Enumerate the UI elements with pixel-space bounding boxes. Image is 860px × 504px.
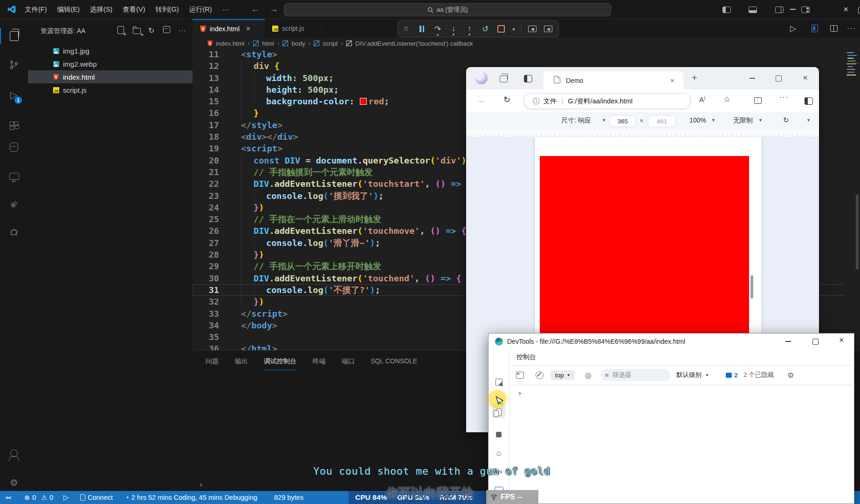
devtools-minimize-icon[interactable] (785, 341, 791, 342)
debug-step-into-button[interactable]: ↓ (446, 24, 461, 34)
debug-step-over-button[interactable]: ↷ (430, 24, 446, 34)
file-row-index-html[interactable]: 5index.html (28, 70, 193, 83)
menu-go[interactable]: 转到(G) (151, 0, 184, 19)
command-search-box[interactable]: aa [管理员] (284, 3, 611, 16)
sidebar-item-plugin-a[interactable] (0, 193, 28, 215)
browser-more-icon[interactable]: ··· (779, 93, 788, 102)
devtools-tab-console[interactable]: 控制台 (516, 353, 536, 361)
debug-pause-button[interactable] (414, 26, 430, 32)
home-icon[interactable]: ⌂ (488, 446, 509, 460)
panel-chevron-icon[interactable]: › (200, 480, 202, 488)
rotate-device-icon[interactable]: ↻ (783, 116, 789, 124)
menu-selection[interactable]: 选择(S) (85, 0, 117, 19)
browser-profile-avatar[interactable] (475, 72, 488, 84)
nav-forward-icon[interactable]: → (269, 4, 278, 14)
file-row-script-js[interactable]: JSscript.js (28, 83, 193, 96)
toggle-secondary-sidebar-icon[interactable] (775, 7, 784, 13)
issues-counter[interactable]: 2 (726, 365, 738, 385)
sidebar-item-run-debug[interactable]: ▷ 1 (0, 84, 28, 106)
window-close-icon[interactable]: × (843, 4, 848, 14)
device-height-input[interactable]: 461 (648, 115, 676, 127)
workspaces-icon[interactable] (500, 75, 508, 84)
menu-edit[interactable]: 编辑(E) (52, 0, 85, 19)
sidebar-item-extensions[interactable] (0, 115, 28, 136)
account-button[interactable] (0, 444, 28, 465)
editor-more-actions-icon[interactable]: ··· (847, 19, 856, 38)
favorite-star-icon[interactable]: ☆ (723, 95, 730, 104)
menu-file[interactable]: 文件(F) (20, 0, 52, 19)
file-size-status[interactable]: 829 bytes (274, 491, 303, 504)
run-file-button[interactable]: ▷ (790, 19, 796, 38)
device-throttle-select[interactable]: 无限制 (733, 116, 753, 125)
debug-stop-dropdown-icon[interactable]: ▾ (509, 27, 518, 32)
browser-close-icon[interactable]: × (803, 73, 808, 83)
file-row-img2[interactable]: img2.webp (28, 57, 193, 70)
customize-layout-icon[interactable] (801, 7, 810, 13)
hidden-messages-label[interactable]: 2 个已隐藏 (743, 365, 774, 385)
context-selector[interactable]: top▼ (551, 365, 575, 385)
inspect-element-icon[interactable] (488, 375, 509, 389)
device-more-icon[interactable]: ▼ (806, 118, 811, 123)
open-preview-icon[interactable] (812, 19, 818, 38)
chevron-down-icon[interactable]: ▼ (602, 118, 606, 123)
debug-stop-button[interactable] (493, 25, 509, 33)
browser-refresh-icon[interactable]: ↻ (503, 95, 510, 105)
clear-console-icon[interactable] (536, 365, 544, 385)
remote-indicator-icon[interactable]: >< (6, 491, 11, 504)
new-tab-icon[interactable]: + (692, 73, 697, 83)
chevron-down-icon[interactable]: ▼ (758, 118, 763, 123)
breadcrumb-item[interactable]: html (262, 40, 274, 47)
close-tab-icon[interactable]: × (670, 76, 674, 84)
read-aloud-icon[interactable]: A⁾ (699, 95, 706, 104)
split-editor-icon[interactable] (830, 19, 838, 38)
tab-script-js[interactable]: JS script.js (265, 19, 322, 38)
panel-tab-sql-console[interactable]: SQL CONSOLE (371, 353, 417, 370)
browser-back-icon[interactable]: ← (477, 95, 486, 105)
screencast-icon-b[interactable] (540, 26, 556, 32)
breadcrumb-item[interactable]: index.html (216, 40, 245, 47)
info-icon[interactable]: ⓘ (533, 97, 540, 106)
log-level-select[interactable]: 默认级别▼ (676, 365, 709, 385)
explorer-more-icon[interactable]: ··· (178, 26, 186, 34)
panel-tab-ports[interactable]: 端口 (342, 353, 355, 370)
devtools-maximize-icon[interactable] (812, 339, 819, 345)
menu-run[interactable]: 运行(R) (184, 0, 217, 19)
menu-view[interactable]: 查看(V) (117, 0, 150, 19)
screencast-icon-a[interactable] (524, 26, 540, 32)
connect-status[interactable]: Connect (80, 491, 113, 504)
new-file-icon[interactable] (117, 26, 124, 36)
problems-status[interactable]: ⊗0 ⚠0 (24, 491, 53, 504)
file-row-img1[interactable]: img1.jpg (28, 44, 193, 57)
device-size-label[interactable]: 尺寸: 响应 (561, 116, 591, 125)
panel-tab-debug-console[interactable]: 调试控制台 (264, 353, 296, 370)
sidebar-item-remote-explorer[interactable] (0, 165, 28, 187)
editor-scrollbar[interactable] (856, 195, 859, 269)
close-tab-icon[interactable]: × (246, 25, 250, 33)
nav-back-icon[interactable]: ← (251, 4, 260, 14)
coding-time-status[interactable]: ◔2 hrs 52 mins Coding, 45 mins Debugging (125, 491, 257, 504)
live-expression-icon[interactable]: ◎ (585, 365, 592, 385)
collapse-folders-icon[interactable] (163, 26, 170, 35)
breadcrumb-item[interactable]: body (291, 40, 305, 47)
sidebar-item-source-control[interactable] (0, 54, 28, 75)
refresh-explorer-icon[interactable]: ↻ (148, 26, 154, 35)
tab-index-html[interactable]: 5 index.html × (193, 19, 265, 38)
browser-minimize-icon[interactable] (750, 78, 755, 79)
breadcrumb-item[interactable]: script (323, 40, 337, 47)
window-minimize-icon[interactable] (790, 9, 796, 10)
debug-restart-button[interactable]: ↺ (477, 24, 493, 34)
page-scrollbar[interactable] (750, 275, 753, 299)
sidebar-item-explorer[interactable] (0, 25, 28, 47)
window-restore-icon[interactable] (858, 7, 860, 14)
more-tools-icon[interactable] (488, 428, 509, 442)
panel-tab-output[interactable]: 输出 (234, 353, 248, 370)
breadcrumb-item[interactable]: DIV.addEventListener('touchend') callbac… (355, 40, 473, 47)
panel-tab-terminal[interactable]: 终端 (312, 353, 325, 370)
vertical-tabs-icon[interactable] (524, 75, 532, 84)
console-sidebar-icon[interactable] (516, 365, 524, 385)
device-width-input[interactable]: 365 (610, 115, 636, 127)
split-screen-icon[interactable] (754, 97, 762, 106)
filter-input[interactable]: ≡筛选器 (600, 365, 670, 385)
console-prompt[interactable]: › (517, 388, 522, 398)
menu-more[interactable]: ··· (217, 0, 234, 19)
